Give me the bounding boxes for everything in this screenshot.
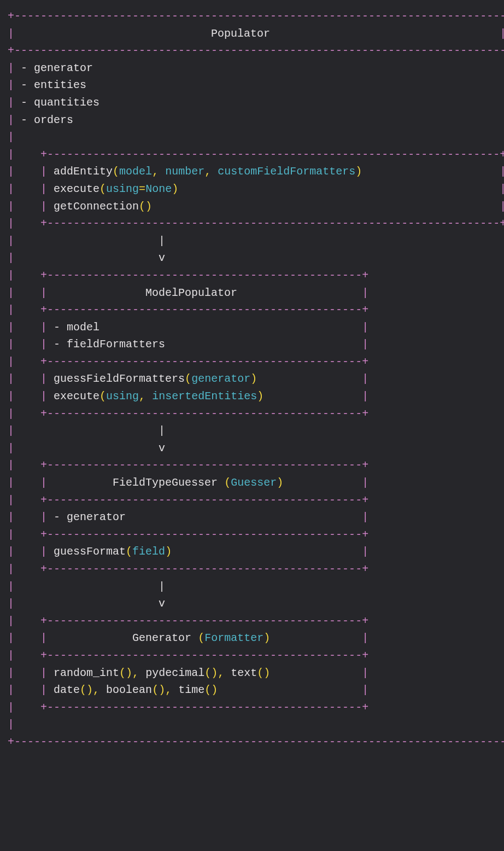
box-bottom: +---------------------------------------… [8, 736, 504, 748]
method-text: text [231, 667, 257, 679]
method-guessformat: guessFormat [54, 545, 126, 558]
method-execute-populator: execute [54, 183, 99, 195]
arrow-shaft: | [159, 235, 165, 247]
box-top: +---------------------------------------… [8, 10, 504, 22]
method-getconnection: getConnection [54, 200, 139, 213]
method-random-int: random_int [54, 667, 119, 679]
attr-ftg-generator: generator [67, 511, 126, 523]
attr-orders: orders [34, 114, 73, 126]
attr-model: model [67, 321, 99, 334]
method-pydecimal: pydecimal [145, 667, 204, 679]
class-title-generator: Generator [132, 632, 191, 644]
method-execute-modelpopulator: execute [54, 390, 99, 403]
attr-generator: generator [34, 62, 93, 74]
arrow-head: v [159, 252, 165, 264]
method-addentity: addEntity [54, 165, 113, 178]
method-boolean: boolean [106, 684, 152, 696]
attr-entities: entities [34, 79, 86, 91]
attr-quantities: quantities [34, 96, 99, 109]
class-title-populator: Populator [211, 27, 270, 40]
ascii-class-diagram: +---------------------------------------… [0, 0, 504, 759]
attr-fieldformatters: fieldFormatters [67, 338, 165, 351]
method-guessfieldformatters: guessFieldFormatters [54, 372, 185, 385]
class-title-fieldtypeguesser: FieldTypeGuesser [113, 476, 218, 489]
method-time: time [178, 684, 204, 696]
method-date: date [54, 684, 80, 696]
class-title-modelpopulator: ModelPopulator [145, 287, 237, 299]
